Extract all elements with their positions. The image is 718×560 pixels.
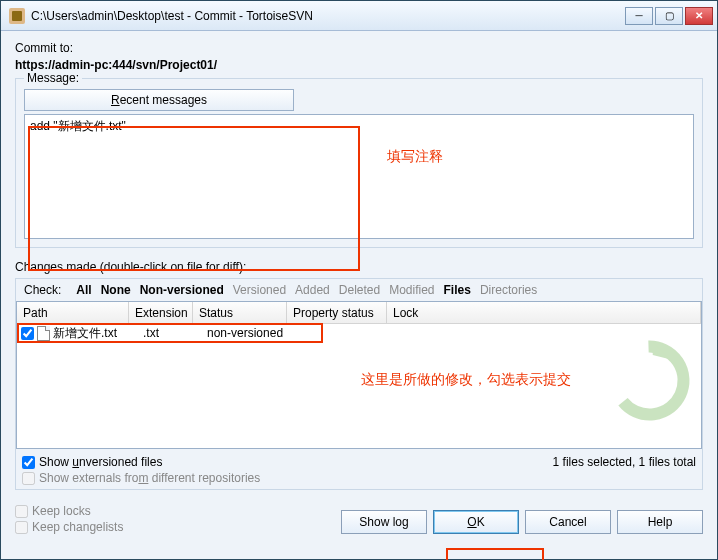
show-unversioned-input[interactable] [22, 456, 35, 469]
message-group-title: Message: [24, 71, 82, 85]
filter-modified[interactable]: Modified [386, 282, 437, 298]
message-group: Message: Recent messages add "新增文件.txt" [15, 78, 703, 248]
titlebar[interactable]: C:\Users\admin\Desktop\test - Commit - T… [1, 1, 717, 31]
window-title: C:\Users\admin\Desktop\test - Commit - T… [31, 9, 625, 23]
annotation-text-files: 这里是所做的修改，勾选表示提交 [361, 371, 571, 389]
commit-message-input[interactable]: add "新增文件.txt" [24, 114, 694, 239]
selection-info: 1 files selected, 1 files total [553, 455, 696, 469]
dialog-buttons: Show log OK Cancel Help [341, 510, 703, 534]
help-button[interactable]: Help [617, 510, 703, 534]
keep-locks-checkbox: Keep locks [15, 504, 123, 518]
annotation-box-ok [446, 548, 544, 560]
filter-row: Check: All None Non-versioned Versioned … [16, 279, 702, 301]
tortoisesvn-icon [9, 8, 25, 24]
window-controls: ─ ▢ ✕ [625, 7, 713, 25]
col-extension[interactable]: Extension [129, 302, 193, 323]
cell-ext: .txt [143, 326, 207, 340]
filter-directories[interactable]: Directories [477, 282, 540, 298]
col-property-status[interactable]: Property status [287, 302, 387, 323]
col-status[interactable]: Status [193, 302, 287, 323]
status-row: Show unversioned files Show externals fr… [16, 452, 702, 489]
changes-made-label: Changes made (double-click on file for d… [15, 260, 703, 274]
bottom-checkboxes: Keep locks Keep changelists [15, 504, 123, 534]
minimize-button[interactable]: ─ [625, 7, 653, 25]
col-lock[interactable]: Lock [387, 302, 701, 323]
filter-none[interactable]: None [98, 282, 134, 298]
annotation-text-message: 填写注释 [387, 148, 443, 166]
changes-group: Check: All None Non-versioned Versioned … [15, 278, 703, 490]
option-checkboxes: Show unversioned files Show externals fr… [22, 455, 260, 485]
cancel-button[interactable]: Cancel [525, 510, 611, 534]
filter-files[interactable]: Files [441, 282, 474, 298]
cell-status: non-versioned [207, 326, 301, 340]
show-unversioned-checkbox[interactable]: Show unversioned files [22, 455, 260, 469]
ok-button[interactable]: OK [433, 510, 519, 534]
filter-nonversioned[interactable]: Non-versioned [137, 282, 227, 298]
maximize-button[interactable]: ▢ [655, 7, 683, 25]
table-header: Path Extension Status Property status Lo… [17, 302, 701, 324]
show-externals-checkbox: Show externals from different repositori… [22, 471, 260, 485]
file-icon [37, 326, 50, 341]
filter-all[interactable]: All [73, 282, 94, 298]
filter-deleted[interactable]: Deleted [336, 282, 383, 298]
svn-watermark-icon [606, 338, 691, 423]
content-area: Commit to: https://admin-pc:444/svn/Proj… [1, 31, 717, 559]
show-externals-input [22, 472, 35, 485]
filter-versioned[interactable]: Versioned [230, 282, 289, 298]
cell-name: 新增文件.txt [53, 325, 143, 342]
close-button[interactable]: ✕ [685, 7, 713, 25]
commit-url: https://admin-pc:444/svn/Project01/ [15, 58, 703, 72]
recent-messages-button[interactable]: Recent messages [24, 89, 294, 111]
keep-changelists-checkbox: Keep changelists [15, 520, 123, 534]
file-list-panel: Path Extension Status Property status Lo… [16, 301, 702, 449]
keep-changelists-input [15, 521, 28, 534]
table-row[interactable]: 新增文件.txt .txt non-versioned [17, 324, 701, 342]
filter-added[interactable]: Added [292, 282, 333, 298]
show-log-button[interactable]: Show log [341, 510, 427, 534]
bottom-row: Keep locks Keep changelists Show log OK … [15, 504, 703, 534]
commit-to-label: Commit to: [15, 41, 703, 55]
check-label: Check: [21, 282, 64, 298]
commit-dialog: C:\Users\admin\Desktop\test - Commit - T… [0, 0, 718, 560]
row-checkbox[interactable] [21, 327, 34, 340]
col-path[interactable]: Path [17, 302, 129, 323]
keep-locks-input [15, 505, 28, 518]
